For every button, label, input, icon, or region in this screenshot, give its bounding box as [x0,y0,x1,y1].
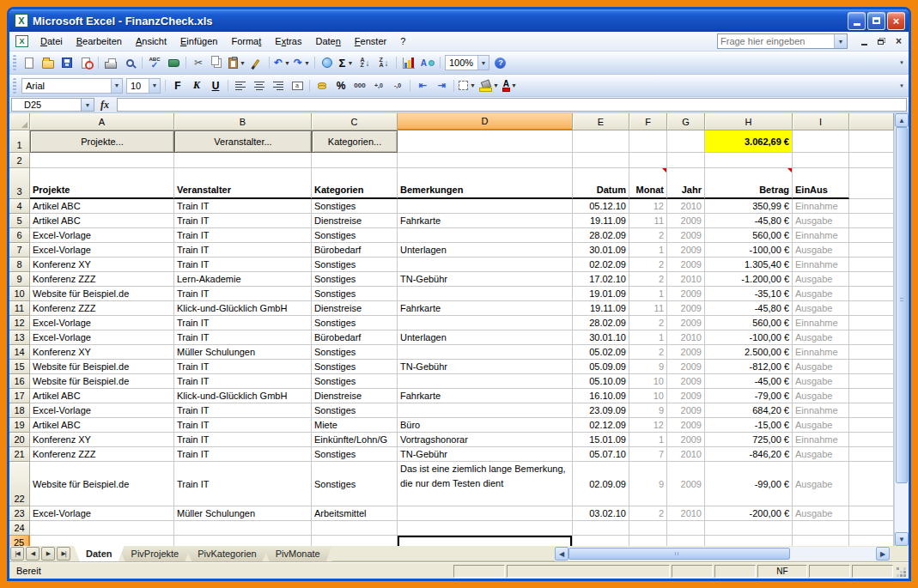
cell-filler-6[interactable] [849,228,894,243]
cell-D10[interactable] [398,287,573,301]
paste-dropdown-icon[interactable]: ▼ [240,60,246,66]
menu-einfgen[interactable]: Einfügen [173,33,224,49]
sheet-tab-pivprojekte[interactable]: PivProjekte [119,546,192,561]
cell-C18[interactable]: Sonstiges [312,403,398,418]
cell-I14[interactable]: Einnahme [793,345,849,360]
italic-button[interactable]: K [187,77,206,94]
cell-C19[interactable]: Miete [312,418,398,433]
minimize-button[interactable] [848,12,866,30]
cell-A2[interactable] [30,153,174,168]
col-header-F[interactable]: F [629,113,667,130]
cell-H1[interactable]: 3.062,69 € [705,130,793,153]
cell-E12[interactable]: 28.02.09 [573,316,629,330]
cell-E6[interactable]: 28.02.09 [573,228,629,243]
print-preview-button[interactable] [120,54,139,71]
cell-C11[interactable]: Dienstreise [312,301,398,316]
cell-I20[interactable]: Einnahme [793,433,849,447]
cell-E2[interactable] [573,153,629,168]
cell-D8[interactable] [398,258,573,272]
borders-button[interactable]: ▼ [457,77,477,94]
cell-I9[interactable]: Ausgabe [793,272,849,287]
decrease-indent-button[interactable]: ⇤ [413,77,432,94]
cell-B2[interactable] [174,153,312,168]
cell-B8[interactable]: Train IT [174,258,312,272]
cell-H5[interactable]: -45,80 € [705,214,793,228]
cell-G21[interactable]: 2010 [667,447,705,462]
cell-B10[interactable]: Train IT [174,287,312,301]
zoom-combo[interactable]: 100%▼ [445,55,489,70]
row-header-2[interactable]: 2 [9,153,30,168]
cell-B9[interactable]: Lern-Akademie [174,272,312,287]
cell-H9[interactable]: -1.200,00 € [705,272,793,287]
cell-filler-22[interactable] [849,462,894,506]
cell-C24[interactable] [312,521,398,536]
toolbar-drag-handle[interactable] [13,55,16,70]
cell-A6[interactable]: Excel-Vorlage [30,228,174,243]
cell-D17[interactable]: Fahrkarte [398,389,573,403]
cell-D12[interactable] [398,316,573,330]
cell-H24[interactable] [705,521,793,536]
cell-G22[interactable]: 2009 [667,462,705,506]
spelling-button[interactable]: ABC✓ [145,54,164,71]
cell-filler-19[interactable] [849,418,894,433]
cell-D6[interactable] [398,228,573,243]
merge-center-button[interactable]: a [288,77,307,94]
question-input[interactable] [718,36,834,46]
font-color-dropdown-icon[interactable]: ▼ [511,82,517,88]
cell-E3[interactable]: Datum [573,168,629,199]
cell-H7[interactable]: -100,00 € [705,243,793,258]
cell-E16[interactable]: 05.10.09 [573,374,629,389]
chart-wizard-button[interactable] [399,54,418,71]
cell-E9[interactable]: 17.02.10 [573,272,629,287]
cell-F12[interactable]: 2 [629,316,667,330]
cell-A17[interactable]: Artikel ABC [30,389,174,403]
copy-button[interactable] [208,54,227,71]
cell-E11[interactable]: 19.11.09 [573,301,629,316]
cell-D23[interactable] [398,506,573,521]
cell-B13[interactable]: Train IT [174,330,312,345]
cell-F15[interactable]: 9 [629,360,667,374]
cell-B24[interactable] [174,521,312,536]
cell-H3[interactable]: Betrag [705,168,793,199]
window-restore-button[interactable] [874,35,889,48]
borders-dropdown-icon[interactable]: ▼ [470,82,476,88]
fill-color-dropdown-icon[interactable]: ▼ [493,82,499,88]
cell-A7[interactable]: Excel-Vorlage [30,243,174,258]
cell-F3[interactable]: Monat [629,168,667,199]
fill-color-button[interactable]: ▼ [477,77,501,94]
cell-D16[interactable] [398,374,573,389]
cell-C1[interactable]: Kategorien... [312,130,398,153]
cell-A18[interactable]: Excel-Vorlage [30,403,174,418]
scroll-right-icon[interactable]: ▶ [876,547,890,561]
increase-indent-button[interactable]: ⇥ [432,77,451,94]
col-header-H[interactable]: H [705,113,793,130]
cell-filler-3[interactable] [849,168,894,199]
cell-B17[interactable]: Klick-und-Glücklich GmbH [174,389,312,403]
cell-E13[interactable]: 30.01.10 [573,330,629,345]
col-header-G[interactable]: G [667,113,705,130]
maximize-button[interactable] [867,12,885,30]
cell-F14[interactable]: 2 [629,345,667,360]
row-header-16[interactable]: 16 [9,374,30,389]
cell-D2[interactable] [398,153,573,168]
col-header-B[interactable]: B [174,113,312,130]
cell-A8[interactable]: Konferenz XY [30,258,174,272]
cell-D25[interactable] [398,536,573,546]
cell-H17[interactable]: -79,00 € [705,389,793,403]
cell-D20[interactable]: Vortragshonorar [398,433,573,447]
cell-filler-17[interactable] [849,389,894,403]
cell-G25[interactable] [667,536,705,546]
cell-H14[interactable]: 2.500,00 € [705,345,793,360]
cell-E21[interactable]: 05.07.10 [573,447,629,462]
previous-sheet-button[interactable]: ◀ [26,547,40,561]
menu-fenster[interactable]: Fenster [348,33,393,49]
vertical-scroll-track[interactable] [895,127,909,532]
drawing-button[interactable]: A [418,54,437,71]
cell-D24[interactable] [398,521,573,536]
cell-H23[interactable]: -200,00 € [705,506,793,521]
cell-filler-18[interactable] [849,403,894,418]
cell-E18[interactable]: 23.09.09 [573,403,629,418]
cell-filler-9[interactable] [849,272,894,287]
cell-A23[interactable]: Excel-Vorlage [30,506,174,521]
window-minimize-button[interactable] [857,35,872,48]
